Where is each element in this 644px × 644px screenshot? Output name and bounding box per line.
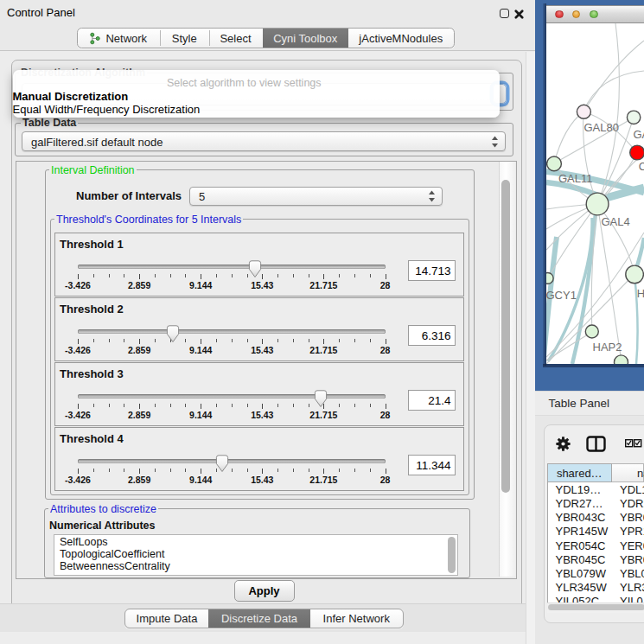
svg-text:GAL11: GAL11 (558, 172, 593, 185)
svg-text:GAL80: GAL80 (583, 121, 618, 134)
svg-text:HA: HA (637, 287, 644, 300)
svg-text:CR: CR (639, 160, 644, 173)
svg-text:GA: GA (633, 128, 644, 141)
svg-text:HAP2: HAP2 (593, 341, 622, 354)
svg-text:GAL4: GAL4 (602, 215, 630, 228)
svg-text:GCY1: GCY1 (546, 289, 577, 302)
